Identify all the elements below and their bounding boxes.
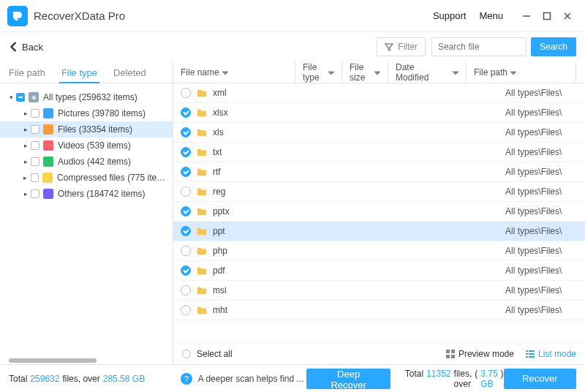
file-row[interactable]: pptxAll types\Files\ (173, 202, 585, 222)
back-button[interactable]: Back (9, 42, 43, 53)
svg-rect-10 (446, 350, 450, 353)
expand-icon[interactable]: ▸ (22, 126, 29, 133)
row-checkbox[interactable] (181, 265, 191, 276)
filter-icon (385, 42, 393, 51)
row-checkbox[interactable] (181, 285, 191, 295)
file-row[interactable]: xlsAll types\Files\ (173, 123, 585, 143)
row-checkbox[interactable] (181, 226, 191, 236)
row-checkbox[interactable] (181, 246, 191, 256)
svg-rect-18 (526, 356, 528, 358)
folder-icon (197, 147, 207, 157)
file-name: rtf (213, 167, 505, 177)
file-row[interactable]: txtAll types\Files\ (173, 143, 585, 162)
preview-mode-button[interactable]: Preview mode (446, 349, 514, 359)
title-bar: RecoverXData Pro Support Menu (0, 0, 585, 32)
row-checkbox[interactable] (181, 147, 191, 157)
list-footer: Select all Preview mode List mode (173, 342, 585, 364)
file-row[interactable]: msiAll types\Files\ (173, 281, 585, 301)
file-name: xlsx (213, 108, 505, 118)
folder-icon (197, 88, 207, 98)
row-checkbox[interactable] (181, 127, 191, 137)
search-input[interactable] (431, 37, 526, 56)
tree-item[interactable]: ▸Others (184742 items) (0, 186, 173, 202)
category-icon (43, 189, 53, 199)
file-row[interactable]: pptAll types\Files\ (173, 222, 585, 241)
maximize-button[interactable] (537, 6, 557, 26)
file-path: All types\Files\ (505, 246, 585, 256)
folder-icon (197, 265, 207, 276)
expand-icon[interactable]: ▸ (22, 110, 29, 117)
folder-icon (197, 108, 207, 118)
file-name: mht (213, 305, 505, 315)
checkbox[interactable] (16, 93, 25, 102)
select-all-checkbox[interactable] (182, 350, 191, 358)
file-row[interactable]: regAll types\Files\ (173, 182, 585, 202)
app-logo-icon (7, 6, 28, 26)
file-row[interactable]: mhtAll types\Files\ (173, 301, 585, 320)
file-row[interactable]: pdfAll types\Files\ (173, 261, 585, 281)
expand-icon[interactable]: ▸ (22, 190, 29, 197)
file-row[interactable]: xlsxAll types\Files\ (173, 103, 585, 123)
row-checkbox[interactable] (181, 167, 191, 177)
search-button[interactable]: Search (531, 37, 576, 56)
file-row[interactable]: xmlAll types\Files\ (173, 83, 585, 103)
collapse-icon[interactable]: ▾ (7, 94, 15, 101)
total-files-count: 259632 (30, 374, 59, 384)
svg-rect-15 (529, 350, 535, 352)
row-checkbox[interactable] (181, 88, 191, 98)
expand-icon[interactable]: ▸ (22, 142, 29, 149)
file-row[interactable]: phpAll types\Files\ (173, 241, 585, 261)
tree-item[interactable]: ▸Audios (442 items) (0, 154, 173, 170)
tree-item[interactable]: ▸Files (33354 items) (0, 121, 173, 137)
deep-recover-button[interactable]: Deep Recover (306, 369, 390, 389)
row-checkbox[interactable] (181, 186, 191, 197)
column-date-modified[interactable]: Date Modified (388, 62, 467, 83)
row-checkbox[interactable] (181, 206, 191, 216)
row-checkbox[interactable] (181, 305, 191, 315)
tree-label: All types (259632 items) (43, 92, 137, 102)
sidebar: ▾ ◈ All types (259632 items) ▸Pictures (… (0, 83, 173, 364)
checkbox[interactable] (31, 141, 39, 150)
column-file-name[interactable]: File name (173, 62, 295, 83)
select-all-label[interactable]: Select all (197, 349, 233, 359)
close-button[interactable] (557, 6, 578, 26)
checkbox[interactable] (31, 109, 39, 118)
support-link[interactable]: Support (433, 10, 467, 21)
file-path: All types\Files\ (505, 226, 585, 236)
row-checkbox[interactable] (181, 108, 191, 118)
column-file-type[interactable]: File type (295, 62, 342, 83)
file-row[interactable]: rtfAll types\Files\ (173, 162, 585, 182)
svg-rect-14 (526, 350, 528, 352)
selected-size: 3.75 GB (480, 369, 497, 389)
tree-label: Compressed files (775 items) (57, 173, 168, 183)
list-mode-button[interactable]: List mode (526, 349, 576, 359)
expand-icon[interactable]: ▸ (22, 158, 29, 165)
tab-file-path[interactable]: File path (9, 67, 45, 83)
tree-label: Audios (442 items) (58, 157, 131, 167)
minimize-button[interactable] (516, 6, 537, 26)
svg-marker-7 (374, 72, 380, 75)
checkbox[interactable] (31, 157, 39, 166)
tab-deleted[interactable]: Deleted (113, 67, 146, 83)
horizontal-scrollbar[interactable] (9, 358, 97, 363)
tree-item[interactable]: ▸Pictures (39780 items) (0, 105, 173, 121)
column-file-path[interactable]: File path (466, 62, 576, 83)
svg-rect-17 (529, 353, 535, 355)
column-headers: File name File type File size Date Modif… (173, 62, 576, 83)
svg-marker-9 (510, 72, 516, 75)
svg-marker-8 (453, 72, 458, 75)
tab-file-type[interactable]: File type (61, 67, 97, 83)
recover-button[interactable]: Recover (504, 369, 576, 389)
column-file-size[interactable]: File size (341, 62, 388, 83)
checkbox[interactable] (31, 173, 39, 182)
tree-root[interactable]: ▾ ◈ All types (259632 items) (0, 89, 173, 105)
expand-icon[interactable]: ▸ (22, 174, 29, 181)
tree-item[interactable]: ▸Videos (539 items) (0, 137, 173, 154)
filter-button[interactable]: Filter (377, 37, 426, 56)
tree-item[interactable]: ▸Compressed files (775 items) (0, 170, 173, 186)
checkbox[interactable] (31, 189, 39, 198)
checkbox[interactable] (31, 125, 39, 134)
menu-link[interactable]: Menu (479, 10, 503, 21)
file-path: All types\Files\ (505, 206, 585, 216)
svg-rect-11 (451, 350, 455, 353)
